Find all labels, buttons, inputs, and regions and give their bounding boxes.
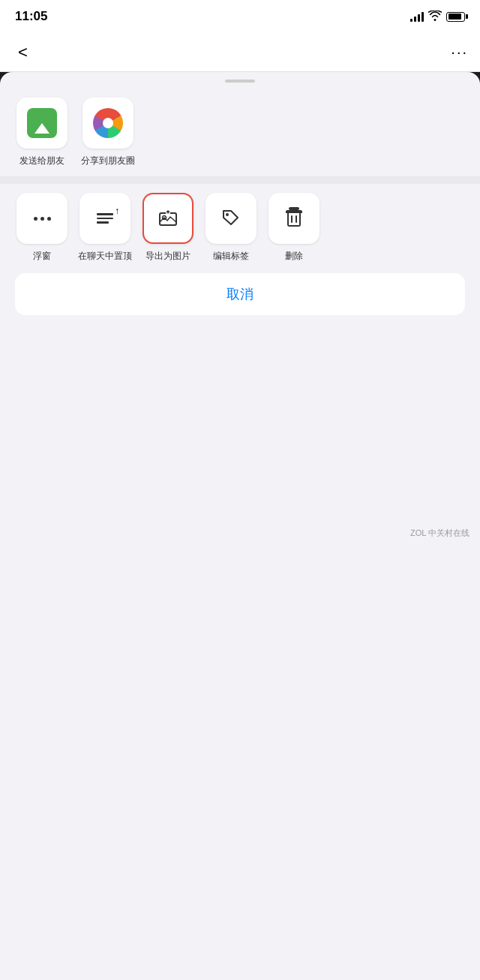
action-share-moments[interactable]: 分享到朋友圈 <box>81 98 135 167</box>
status-bar: 11:05 <box>0 0 480 33</box>
cancel-button[interactable]: 取消 <box>15 273 465 315</box>
trash-icon <box>286 210 302 227</box>
more-button[interactable]: ··· <box>451 44 468 61</box>
watermark: ZOL 中关村在线 <box>410 528 470 539</box>
action-float[interactable]: 浮窗 <box>15 193 69 263</box>
float-icon-box <box>16 193 68 244</box>
pin-chat-icon-box <box>80 193 130 244</box>
action-send-friend[interactable]: 发送给朋友 <box>15 98 69 167</box>
wifi-icon <box>428 11 442 23</box>
edit-tag-label: 编辑标签 <box>204 250 258 263</box>
delete-label: 删除 <box>267 250 321 263</box>
action-section-2: 浮窗 在聊天中置顶 <box>0 184 480 263</box>
moments-icon <box>93 108 123 138</box>
svg-point-3 <box>226 213 229 216</box>
float-icon <box>34 217 51 221</box>
divider <box>0 176 480 184</box>
action-row-2: 浮窗 在聊天中置顶 <box>15 193 465 263</box>
action-row-1: 发送给朋友 分享到朋友圈 <box>15 98 465 167</box>
nav-bar: < ··· <box>0 33 480 72</box>
action-delete[interactable]: 删除 <box>267 193 321 263</box>
signal-icon <box>410 11 424 22</box>
share-moments-label: 分享到朋友圈 <box>81 155 135 167</box>
tag-icon <box>221 209 241 228</box>
action-export-image[interactable]: 导出为图片 <box>141 193 195 263</box>
pin-chat-label: 在聊天中置顶 <box>78 250 132 263</box>
export-image-icon-box <box>142 193 194 244</box>
float-label: 浮窗 <box>15 250 69 263</box>
action-pin-chat[interactable]: 在聊天中置顶 <box>78 193 132 263</box>
pin-chat-icon <box>97 213 113 224</box>
share-moments-icon-box <box>82 98 134 149</box>
status-time: 11:05 <box>15 9 47 24</box>
send-friend-label: 发送给朋友 <box>15 155 69 167</box>
edit-tag-icon-box <box>206 193 256 244</box>
bottom-sheet: 发送给朋友 分享到朋友圈 <box>0 72 480 545</box>
back-button[interactable]: < <box>12 40 34 65</box>
content-area: iPhone 12 Pro It's a leap year. From $41… <box>0 72 480 545</box>
action-section-1: 发送给朋友 分享到朋友圈 <box>0 83 480 167</box>
status-icons <box>410 11 465 23</box>
cancel-section: 取消 <box>0 273 480 315</box>
send-friend-icon-box <box>16 98 68 149</box>
send-friend-icon <box>27 108 57 138</box>
delete-icon-box <box>268 193 320 244</box>
battery-icon <box>446 12 465 22</box>
export-image-label: 导出为图片 <box>141 250 195 263</box>
action-edit-tag[interactable]: 编辑标签 <box>204 193 258 263</box>
export-image-icon <box>159 210 177 227</box>
